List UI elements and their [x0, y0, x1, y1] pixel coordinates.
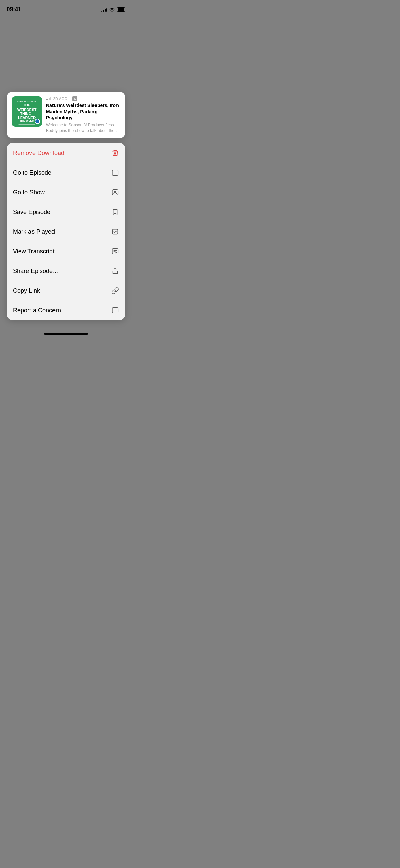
view-transcript-label: View Transcript	[13, 248, 55, 255]
remove-download-label: Remove Download	[13, 150, 64, 157]
wifi-icon	[109, 7, 115, 12]
copy-link-button[interactable]: Copy Link	[7, 281, 125, 300]
svg-rect-4	[113, 229, 118, 234]
svg-rect-2	[112, 190, 118, 195]
mark-as-played-label: Mark as Played	[13, 228, 55, 235]
signal-icon	[101, 7, 107, 12]
copy-link-label: Copy Link	[13, 287, 40, 294]
status-bar: 09:41	[0, 0, 132, 17]
bookmark-icon	[111, 208, 119, 216]
episode-description: Welcome to Season 8! Producer Jess Boddy…	[46, 122, 121, 134]
episode-artwork: Popular Science THEWEIRDESTTHING ILEARNE…	[12, 96, 42, 127]
svg-point-6	[116, 253, 116, 254]
status-icons	[101, 7, 125, 12]
artwork-bottom	[12, 124, 42, 125]
share-icon	[111, 267, 119, 275]
episode-meta: 2D AGO · E	[46, 96, 121, 101]
context-menu: Remove Download Go to Episode Go to Show	[7, 143, 125, 320]
eye-icon	[35, 119, 40, 124]
episode-time-ago: 2D AGO	[53, 97, 68, 101]
signal-meta-icon	[46, 97, 51, 100]
podcast-icon	[111, 188, 119, 196]
episode-card: Popular Science THEWEIRDESTTHING ILEARNE…	[7, 92, 125, 138]
view-transcript-button[interactable]: View Transcript	[7, 241, 125, 261]
report-concern-button[interactable]: Report a Concern	[7, 300, 125, 320]
report-concern-label: Report a Concern	[13, 307, 61, 314]
exclamation-icon	[111, 306, 119, 314]
remove-download-button[interactable]: Remove Download	[7, 143, 125, 163]
explicit-badge: E	[72, 96, 77, 101]
checkmark-square-icon	[111, 228, 119, 236]
trash-icon	[111, 149, 119, 157]
go-to-show-button[interactable]: Go to Show	[7, 182, 125, 202]
share-episode-button[interactable]: Share Episode...	[7, 261, 125, 281]
mark-as-played-button[interactable]: Mark as Played	[7, 222, 125, 241]
artwork-publisher: Popular Science	[17, 100, 36, 102]
share-episode-label: Share Episode...	[13, 268, 58, 275]
go-to-episode-button[interactable]: Go to Episode	[7, 163, 125, 182]
home-bar	[44, 333, 88, 335]
svg-point-8	[115, 311, 115, 312]
save-episode-label: Save Episode	[13, 209, 50, 216]
transcript-icon	[111, 247, 119, 255]
episode-info: 2D AGO · E Nature's Weirdest Sleepers, I…	[46, 96, 121, 134]
save-episode-button[interactable]: Save Episode	[7, 202, 125, 222]
home-indicator	[0, 330, 132, 340]
battery-icon	[117, 7, 125, 12]
artwork-title: THEWEIRDESTTHING ILEARNEDTHIS WEEK	[17, 103, 36, 122]
episode-title: Nature's Weirdest Sleepers, Iron Maiden …	[46, 102, 121, 121]
link-icon	[111, 287, 119, 295]
status-time: 09:41	[7, 6, 21, 13]
go-to-show-label: Go to Show	[13, 189, 45, 196]
svg-point-1	[115, 171, 115, 172]
info-icon	[111, 169, 119, 177]
go-to-episode-label: Go to Episode	[13, 169, 51, 176]
